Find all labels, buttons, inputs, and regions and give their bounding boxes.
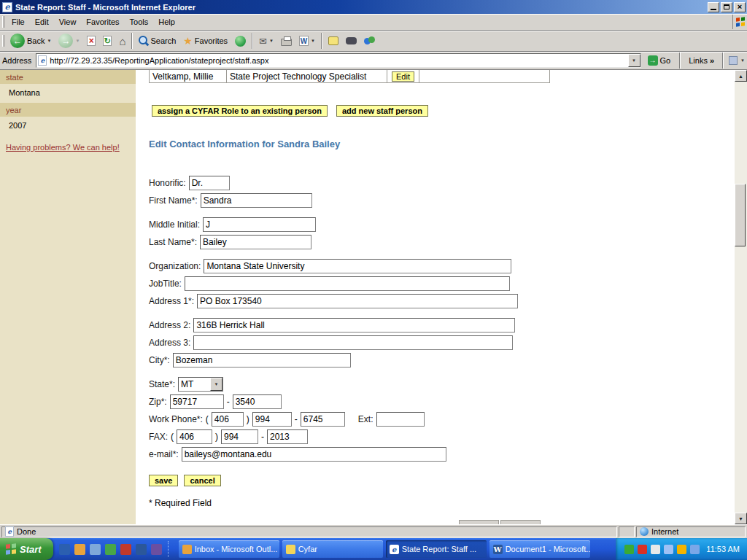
edit-with-word-button[interactable]: W ▼ <box>295 31 319 50</box>
edit-dropdown-icon[interactable]: ▼ <box>311 39 315 43</box>
menu-grip[interactable] <box>2 16 4 28</box>
favorites-button[interactable]: ★ Favorites <box>179 31 231 50</box>
search-button[interactable]: Search <box>135 31 179 50</box>
address-input[interactable]: e http://72.29.23.35/ReportingApplicatio… <box>36 53 640 68</box>
zip5-input[interactable] <box>170 394 224 409</box>
start-flag-icon <box>6 543 16 554</box>
mail-dropdown-icon[interactable]: ▼ <box>269 39 274 43</box>
back-dropdown-icon[interactable]: ▼ <box>47 39 51 43</box>
standard-buttons-toolbar: ← Back ▼ → ▼ × ↻ ⌂ Search ★ Favorites <box>0 31 747 52</box>
links-button[interactable]: Links » <box>686 56 717 65</box>
quick-launch-word-icon[interactable] <box>136 544 147 555</box>
menu-favorites[interactable]: Favorites <box>81 15 124 28</box>
quick-launch-ie-icon[interactable] <box>59 544 70 555</box>
organization-input[interactable] <box>204 259 511 273</box>
quick-launch-messenger-icon[interactable] <box>151 544 162 555</box>
work-phone-prefix-input[interactable] <box>252 412 292 427</box>
task-state-report[interactable]: e State Report: Staff ... <box>386 540 487 558</box>
page-icon: e <box>38 55 47 66</box>
scroll-down-button[interactable]: ▼ <box>735 513 747 524</box>
address2-input[interactable] <box>193 318 515 332</box>
print-button[interactable] <box>277 31 295 50</box>
menu-tools[interactable]: Tools <box>125 15 154 28</box>
maximize-button[interactable] <box>721 2 732 12</box>
task-word-document[interactable]: W Document1 - Microsoft... <box>489 540 590 558</box>
scroll-track[interactable] <box>735 82 747 513</box>
state-select[interactable]: MT ▼ <box>178 377 223 392</box>
go-button[interactable]: → Go <box>644 55 675 66</box>
fax-line-input[interactable] <box>267 429 308 444</box>
menu-help[interactable]: Help <box>153 15 180 28</box>
add-new-staff-button[interactable]: add new staff person <box>336 105 428 117</box>
assign-cyfar-role-button[interactable]: assign a CYFAR Role to an existing perso… <box>152 105 328 117</box>
toolbar-extension-icon[interactable] <box>729 56 738 65</box>
state-label: State*: <box>149 379 175 389</box>
edit-staff-button[interactable]: Edit <box>392 71 414 82</box>
address3-input[interactable] <box>193 335 513 350</box>
middle-initial-input[interactable] <box>203 217 316 232</box>
minimize-button[interactable] <box>708 2 719 12</box>
fax-prefix-input[interactable] <box>221 429 258 444</box>
job-title-input[interactable] <box>185 276 510 291</box>
tray-shield-icon[interactable] <box>624 545 634 554</box>
help-link[interactable]: Having problems? We can help! <box>6 143 130 152</box>
menu-view[interactable]: View <box>54 15 82 28</box>
tray-updates-icon[interactable] <box>677 545 686 554</box>
scroll-thumb[interactable] <box>735 184 746 246</box>
ext-label: Ext: <box>358 414 374 424</box>
mail-button[interactable]: ✉ ▼ <box>255 31 277 50</box>
tray-volume-icon[interactable] <box>651 545 660 554</box>
menu-file[interactable]: File <box>7 15 30 28</box>
email-label: e-mail*: <box>149 449 179 459</box>
back-button[interactable]: ← Back ▼ <box>7 31 55 50</box>
research-button[interactable] <box>342 31 360 50</box>
tray-messenger-icon[interactable] <box>690 545 700 554</box>
refresh-button[interactable]: ↻ <box>99 31 115 50</box>
menu-bar: File Edit View Favorites Tools Help <box>0 14 747 31</box>
address1-input[interactable] <box>197 294 518 308</box>
work-phone-area-input[interactable] <box>212 412 244 427</box>
cancel-button[interactable]: cancel <box>184 475 220 486</box>
discuss-button[interactable] <box>325 31 342 50</box>
ext-input[interactable] <box>376 412 425 427</box>
toolbar-grip[interactable] <box>2 35 4 47</box>
quick-launch-acrobat-icon[interactable] <box>120 544 131 555</box>
fax-area-input[interactable] <box>177 429 212 444</box>
messenger-button[interactable] <box>360 31 379 50</box>
city-input[interactable] <box>173 353 351 368</box>
save-button[interactable]: save <box>149 475 178 486</box>
first-name-input[interactable] <box>201 193 312 208</box>
forward-button[interactable]: → ▼ <box>55 31 83 50</box>
email-input[interactable] <box>182 447 446 462</box>
vertical-scrollbar[interactable]: ▲ ▼ <box>735 70 747 524</box>
media-button[interactable] <box>231 31 249 50</box>
address2-row: Address 2: <box>149 318 735 332</box>
city-row: City*: <box>149 353 735 368</box>
menu-edit[interactable]: Edit <box>30 15 54 28</box>
work-phone-line-input[interactable] <box>301 412 345 427</box>
quick-launch-media-player-icon[interactable] <box>105 544 116 555</box>
last-name-input[interactable] <box>200 235 311 249</box>
task-cyfar-folder[interactable]: Cyfar <box>282 540 383 558</box>
home-button[interactable]: ⌂ <box>115 31 129 50</box>
toolbar-extension-dropdown-icon[interactable]: ▼ <box>740 58 745 63</box>
quick-launch-outlook-icon[interactable] <box>74 544 85 555</box>
close-button[interactable]: × <box>734 2 746 12</box>
start-button[interactable]: Start <box>0 538 53 560</box>
tray-clock[interactable]: 11:53 AM <box>706 545 740 553</box>
middle-initial-row: Middle Initial: <box>149 217 735 232</box>
quick-launch-show-desktop-icon[interactable] <box>90 544 101 555</box>
scroll-up-button[interactable]: ▲ <box>735 70 747 82</box>
state-dropdown-button[interactable]: ▼ <box>210 378 222 391</box>
honorific-input[interactable] <box>189 176 230 190</box>
zip4-input[interactable] <box>233 394 282 409</box>
tray-antivirus-icon[interactable] <box>638 545 647 554</box>
task-outlook[interactable]: Inbox - Microsoft Outl... <box>179 540 279 558</box>
forward-dropdown-icon[interactable]: ▼ <box>75 39 80 43</box>
last-name-label: Last Name*: <box>149 237 197 247</box>
address-url[interactable]: http://72.29.23.35/ReportingApplication/… <box>50 56 624 65</box>
stop-button[interactable]: × <box>83 31 99 50</box>
address-dropdown-button[interactable]: ▼ <box>628 54 640 67</box>
zip-row: Zip*: - <box>149 394 735 409</box>
tray-network-icon[interactable] <box>664 545 673 554</box>
